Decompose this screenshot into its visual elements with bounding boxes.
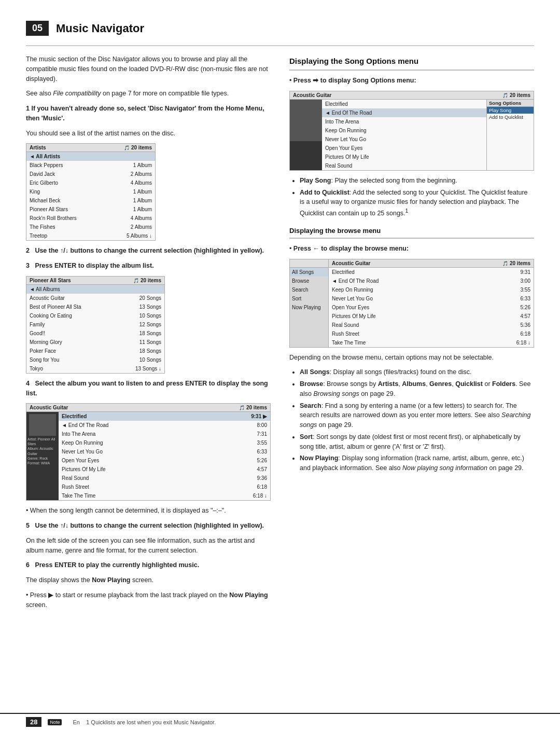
acoustic-song-5: Open Your Eyes5:26: [59, 456, 270, 465]
note-icon: Note: [48, 719, 62, 725]
pioneer-row-0: Acoustic Guitar20 Songs: [26, 294, 164, 302]
browse-title: Acoustic Guitar: [332, 260, 370, 266]
browse-bullet-allsongs: All Songs: Display all songs (files/trac…: [300, 367, 534, 377]
artists-row-6: Rock'n Roll Brothers4 Albums: [26, 214, 155, 223]
intro-para1: The music section of the Disc Navigator …: [26, 54, 271, 84]
browse-song-0: Electrified9:31: [329, 268, 534, 277]
step1-heading: 1 If you haven't already done so, select…: [26, 104, 271, 123]
step2-text: 2 Use the ↑/↓ buttons to change the curr…: [26, 246, 271, 256]
browse-browse: Browse: [290, 277, 328, 285]
step3-text: 3 Press ENTER to display the album list.: [26, 261, 271, 271]
browse-note: Depending on the browse menu, certain op…: [289, 353, 534, 363]
acoustic-song-9: Take The Time6:18 ↓: [59, 491, 270, 500]
song-opts-song-1: ◄ End Of The Road: [322, 108, 486, 117]
acoustic-body: Artist: Pioneer All StarsAlbum: Acoustic…: [26, 412, 270, 500]
acoustic-song-1: ◄ End Of The Road8:00: [59, 421, 270, 430]
browse-all-songs: All Songs: [290, 268, 328, 277]
acoustic-song-2: Into The Arena7:31: [59, 430, 270, 438]
song-opts-panel: Song Options Play Song Add to Quicklist: [487, 100, 534, 170]
artists-row-4: Michael Beck1 Album: [26, 196, 155, 205]
step5: 5 Use the ↑/↓ buttons to change the curr…: [26, 521, 271, 555]
song-options-press: • Press ➡ to display Song Options menu:: [289, 76, 534, 86]
acoustic-song-6: Pictures Of My Life4:57: [59, 465, 270, 474]
acoustic-count: 🎵 20 items: [239, 405, 267, 410]
step5-text: 5 Use the ↑/↓ buttons to change the curr…: [26, 521, 271, 531]
step6-body: The display shows the Now Playing screen…: [26, 575, 271, 585]
chapter-header: 05 Music Navigator: [26, 21, 534, 36]
step6: 6 Press ENTER to play the currently high…: [26, 560, 271, 585]
footer: 28 Note En 1 Quicklists are lost when yo…: [0, 713, 560, 730]
step6-text: 6 Press ENTER to play the currently high…: [26, 560, 271, 570]
browse-right: Acoustic Guitar 🎵 20 items Electrified9:…: [329, 259, 534, 347]
acoustic-song-3: Keep On Running3:55: [59, 438, 270, 447]
chapter-divider: [26, 45, 534, 46]
acoustic-song-8: Rush Street6:18: [59, 483, 270, 491]
step4-text: 4 Select the album you want to listen to…: [26, 379, 271, 398]
browse-left: All Songs Browse Search Sort Now Playing: [290, 259, 329, 347]
browse-song-5: Pictures Of My Life4:57: [329, 312, 534, 321]
pioneer-screen-header: Pioneer All Stars 🎵 20 items: [26, 277, 164, 285]
chapter-title: Music Navigator: [56, 22, 144, 35]
song-opts-song-0: Electrified: [322, 100, 486, 108]
artists-title: Artists: [30, 145, 46, 150]
pioneer-screen: Pioneer All Stars 🎵 20 items ◄ All Album…: [26, 276, 165, 374]
step3: 3 Press ENTER to display the album list.: [26, 261, 271, 271]
chapter-number: 05: [26, 21, 49, 36]
pioneer-row-2: Cooking Or Eating10 Songs: [26, 311, 164, 320]
pioneer-all-row: ◄ All Albums: [26, 285, 164, 294]
footer-page-number: 28: [26, 717, 41, 727]
add-quicklist-bullet: Add to Quicklist: Add the selected song …: [300, 188, 534, 218]
browse-song-7: Rush Street6:18: [329, 329, 534, 338]
step4: 4 Select the album you want to listen to…: [26, 379, 271, 398]
song-opts-title: Acoustic Guitar: [293, 92, 331, 98]
song-opts-main: Electrified ◄ End Of The Road Into The A…: [322, 100, 487, 170]
song-options-bullets: Play Song: Play the selected song from t…: [300, 176, 534, 218]
song-opts-song-2: Into The Arena: [322, 117, 486, 126]
pioneer-count: 🎵 20 items: [133, 278, 161, 283]
pioneer-row-1: Best of Pioneer All Sta13 Songs: [26, 302, 164, 311]
song-opts-song-6: Pictures Of My Life: [322, 153, 486, 161]
artists-row-1: David Jack2 Albums: [26, 170, 155, 178]
note-cannot-determine: • When the song length cannot be determi…: [26, 506, 271, 516]
song-opts-thumb: [290, 100, 322, 170]
acoustic-meta: Artist: Pioneer All StarsAlbum: Acoustic…: [27, 437, 58, 465]
step2: 2 Use the ↑/↓ buttons to change the curr…: [26, 246, 271, 256]
artists-row-8: Treetop5 Albums ↓: [26, 231, 155, 240]
footer-lang-text: En: [73, 719, 79, 725]
song-opts-song-5: Open Your Eyes: [322, 144, 486, 153]
acoustic-header: Acoustic Guitar 🎵 20 items: [26, 404, 270, 412]
artists-row-0: Black Peppers1 Album: [26, 161, 155, 170]
artists-count: 🎵 20 items: [124, 145, 152, 150]
song-opts-thumb-img: [290, 100, 322, 141]
song-opts-song-7: Real Sound: [322, 161, 486, 170]
browse-now-playing: Now Playing: [290, 303, 328, 312]
artists-row-5: Pioneer All Stars1 Album: [26, 205, 155, 214]
pioneer-row-5: Morning Glory11 Songs: [26, 338, 164, 347]
footer-note: En 1 Quicklists are lost when you exit M…: [73, 719, 216, 725]
footer-footnote: 1 Quicklists are lost when you exit Musi…: [86, 719, 216, 725]
acoustic-song-7: Real Sound9:36: [59, 474, 270, 483]
step1: 1 If you haven't already done so, select…: [26, 104, 271, 138]
play-song-bullet: Play Song: Play the selected song from t…: [300, 176, 534, 186]
song-opts-song-3: Keep On Running: [322, 126, 486, 135]
pioneer-row-3: Family12 Songs: [26, 320, 164, 329]
song-opts-play: Play Song: [487, 107, 534, 114]
artists-row-2: Eric Gilberto4 Albums: [26, 178, 155, 187]
browse-left-header: [290, 259, 328, 268]
song-opts-panel-header: Song Options: [487, 100, 534, 107]
acoustic-thumb-img: [29, 414, 56, 436]
browse-song-4: Open Your Eyes5:26: [329, 303, 534, 312]
pioneer-row-8: Tokyo13 Songs ↓: [26, 364, 164, 373]
song-options-heading: Displaying the Song Options menu: [289, 57, 534, 65]
right-column: Displaying the Song Options menu • Press…: [289, 54, 534, 615]
browse-press: • Press ← to display the browse menu:: [289, 244, 534, 254]
intro-para2: See also File compatibility on page 7 fo…: [26, 89, 271, 99]
artists-screen: Artists 🎵 20 items ◄ All Artists Black P…: [26, 143, 156, 241]
browse-bullet-nowplaying: Now Playing: Display song information (t…: [300, 453, 534, 473]
acoustic-song-4: Never Let You Go6:33: [59, 447, 270, 456]
artists-screen-header: Artists 🎵 20 items: [26, 144, 155, 152]
left-column: The music section of the Disc Navigator …: [26, 54, 271, 615]
footer-lang: Note: [48, 719, 63, 725]
pioneer-title: Pioneer All Stars: [30, 278, 71, 283]
artists-row-3: King1 Album: [26, 187, 155, 196]
